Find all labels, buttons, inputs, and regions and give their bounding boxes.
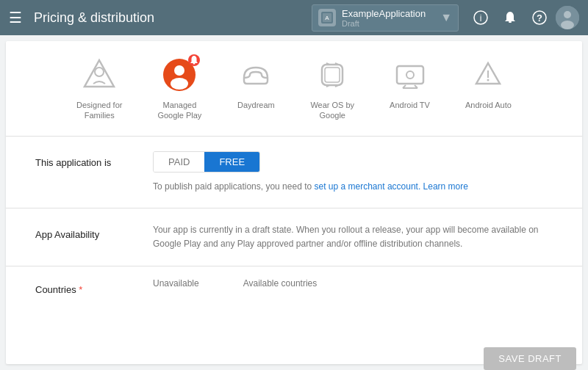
available-label: Available countries: [243, 278, 318, 289]
paid-button[interactable]: PAID: [154, 152, 204, 172]
availability-section: App Availability Your app is currently i…: [6, 208, 582, 266]
android-tv-label: Android TV: [390, 100, 430, 110]
countries-label: Countries *: [35, 278, 153, 295]
svg-rect-16: [193, 63, 196, 65]
free-button[interactable]: FREE: [204, 152, 259, 172]
android-tv-icon: [391, 56, 429, 94]
managed-label: ManagedGoogle Play: [157, 100, 201, 121]
svg-point-15: [171, 78, 188, 90]
top-nav: ☰ Pricing & distribution A ExampleApplic…: [0, 0, 588, 35]
notification-icon[interactable]: [497, 4, 523, 31]
user-avatar[interactable]: [556, 6, 579, 29]
merchant-info-text: To publish paid applications, you need t…: [153, 181, 312, 192]
svg-point-12: [95, 68, 104, 76]
families-icon-wrapper: [80, 56, 118, 94]
program-android-auto[interactable]: Android Auto: [465, 56, 512, 121]
learn-more-link[interactable]: Learn more: [423, 181, 468, 192]
svg-rect-5: [509, 21, 512, 23]
info-icon[interactable]: i: [467, 4, 494, 31]
chevron-down-icon: ▼: [440, 11, 452, 24]
svg-rect-23: [397, 66, 423, 84]
countries-section: Countries * Unavailable Available countr…: [6, 266, 582, 307]
android-tv-icon-wrapper: [391, 56, 429, 94]
wear-os-icon-wrapper: [313, 56, 351, 94]
app-selector[interactable]: A ExampleApplication Draft ▼: [312, 4, 459, 32]
page-title: Pricing & distribution: [34, 10, 312, 26]
svg-text:?: ?: [537, 12, 542, 23]
unavailable-label: Unavailable: [153, 278, 199, 289]
svg-point-9: [564, 11, 571, 18]
android-auto-icon-wrapper: [469, 56, 507, 94]
program-families[interactable]: Designed forFamilies: [76, 56, 122, 121]
app-type-content: PAID FREE To publish paid applications, …: [153, 151, 553, 193]
svg-rect-18: [325, 68, 340, 82]
program-managed[interactable]: ManagedGoogle Play: [157, 56, 201, 121]
svg-point-30: [487, 79, 490, 81]
svg-text:i: i: [480, 13, 482, 23]
daydream-label: Daydream: [237, 100, 275, 110]
android-auto-label: Android Auto: [465, 100, 512, 110]
managed-icon-wrapper: [160, 56, 198, 94]
program-daydream[interactable]: Daydream: [237, 56, 275, 121]
families-label: Designed forFamilies: [76, 100, 122, 121]
app-name: ExampleApplication: [342, 8, 434, 19]
required-indicator: *: [79, 284, 82, 295]
families-icon: [80, 56, 118, 94]
svg-point-14: [174, 65, 184, 76]
svg-point-10: [561, 21, 574, 29]
nav-icons: i ?: [467, 4, 579, 31]
help-icon[interactable]: ?: [526, 4, 553, 31]
daydream-icon: [237, 56, 275, 94]
svg-text:A: A: [325, 15, 329, 21]
availability-text: Your app is currently in a draft state. …: [153, 223, 553, 251]
programs-section: Designed forFamilies: [6, 41, 582, 137]
app-icon: A: [318, 9, 336, 26]
main-content: Designed forFamilies: [6, 41, 582, 364]
program-android-tv[interactable]: Android TV: [390, 56, 430, 121]
app-type-label: This application is: [35, 151, 153, 168]
android-auto-icon: [469, 56, 507, 94]
menu-icon[interactable]: ☰: [9, 9, 22, 26]
merchant-info: To publish paid applications, you need t…: [153, 180, 553, 193]
svg-marker-11: [85, 60, 114, 87]
availability-content: Your app is currently in a draft state. …: [153, 223, 553, 251]
bottom-bar: SAVE DRAFT: [484, 347, 576, 370]
daydream-icon-wrapper: [237, 56, 275, 94]
wear-os-label: Wear OS byGoogle: [310, 100, 354, 121]
save-draft-button[interactable]: SAVE DRAFT: [484, 347, 576, 370]
notification-badge: [188, 54, 200, 66]
countries-content: Unavailable Available countries: [153, 278, 553, 289]
app-status: Draft: [342, 19, 434, 28]
pricing-toggle: PAID FREE: [153, 151, 260, 173]
merchant-link[interactable]: set up a merchant account.: [315, 181, 421, 192]
svg-point-24: [406, 71, 414, 79]
app-info: ExampleApplication Draft: [342, 8, 434, 28]
app-type-section: This application is PAID FREE To publish…: [6, 137, 582, 208]
availability-label: App Availability: [35, 223, 153, 240]
wear-os-icon: [313, 56, 351, 94]
program-wear-os[interactable]: Wear OS byGoogle: [310, 56, 354, 121]
